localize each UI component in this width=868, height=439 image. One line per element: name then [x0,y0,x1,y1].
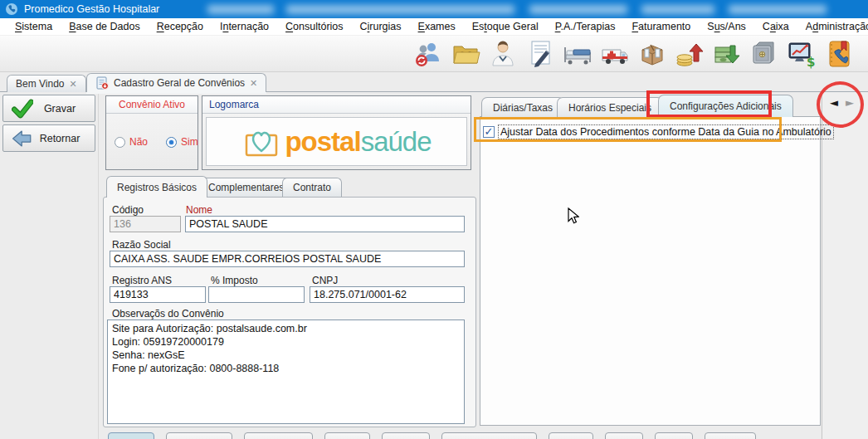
tab-horarios-especiais[interactable]: Horários Especiais [557,97,663,117]
menu-bar: Sistema Base de Dados Recepção Internaçã… [0,18,868,36]
tab-registros-basicos-label: Registros Básicos [117,182,197,193]
menu-pa-terapias[interactable]: P.A./Terapias [547,19,624,34]
menu-cirurgias[interactable]: Cirurgias [352,19,410,34]
tab-diarias-taxas-label: Diárias/Taxas [493,102,553,114]
brand-postal: postal [285,126,360,158]
nome-field[interactable] [185,216,465,232]
radio-sim-circle-icon[interactable] [166,137,177,148]
bottom-tab-button[interactable] [655,432,693,439]
tab-bem-vindo-label: Bem Vindo [16,78,64,90]
tab-diarias-taxas[interactable]: Diárias/Taxas [481,97,564,117]
logomarca-groupbox: Logomarca postalsaúde [202,95,471,170]
action-sidebar: Gravar Retornar [0,92,99,439]
doctor-icon[interactable] [488,39,518,69]
tab-contrato[interactable]: Contrato [282,178,342,197]
toolbar: $ [0,36,868,72]
bottom-tab-button[interactable] [549,432,593,439]
tab-cadastro-label: Cadastro Geral de Convênios [114,77,245,89]
bottom-tab-button[interactable] [705,432,756,439]
codigo-label: Código [112,204,144,216]
observacoes-textarea[interactable]: Site para Autorização: postalsaude.com.b… [107,319,465,424]
tab-bem-vindo[interactable]: Bem Vindo ✕ [7,75,86,92]
patients-folder-icon[interactable] [451,39,480,69]
app-phone-icon [5,2,18,16]
radio-nao-label: Não [129,136,148,148]
phone-book-icon[interactable] [824,39,854,69]
menu-recepcao[interactable]: Recepção [149,19,212,34]
redacted-text [729,5,827,14]
redacted-text [207,5,274,14]
radio-nao-circle-icon[interactable] [115,137,125,148]
razao-social-field[interactable] [110,251,465,267]
window-title: Promedico Gestão Hospitalar [24,3,159,15]
menu-base-de-dados[interactable]: Base de Dados [61,19,148,34]
document-pen-icon[interactable] [525,39,555,69]
return-button-label: Retornar [33,133,86,144]
green-check-icon [12,99,33,119]
registro-ans-label: Registro ANS [112,275,172,286]
bottom-tab-button[interactable] [166,432,232,439]
redacted-text [286,5,514,14]
save-button-label: Gravar [33,103,86,115]
close-icon[interactable]: ✕ [250,78,257,89]
nome-label: Nome [186,204,212,216]
hospital-bed-icon[interactable] [563,39,592,69]
ajustar-data-checkbox-row[interactable]: ✓ Ajustar Data dos Procedimentos conform… [483,124,834,139]
billing-up-icon[interactable] [675,39,705,69]
tab-configuracoes-adicionais-label: Configurações Adicionais [670,100,782,112]
bottom-tab-button[interactable] [324,432,370,439]
safe-icon[interactable] [749,39,779,69]
menu-faturamento[interactable]: Faturamento [623,19,699,34]
radio-nao[interactable]: Não [115,136,148,148]
money-down-icon[interactable] [712,39,742,69]
convenio-ativo-groupbox: Convênio Ativo Não Sim [105,95,198,170]
menu-sistema[interactable]: Sistema [7,19,61,34]
ambulance-icon[interactable] [600,39,630,69]
tab-configuracoes-adicionais[interactable]: Configurações Adicionais [658,95,793,117]
tab-cadastro-geral-convenios[interactable]: Cadastro Geral de Convênios ✕ [86,73,266,92]
blue-back-arrow-icon [12,129,33,148]
registro-ans-field[interactable] [110,286,206,303]
cnpj-field[interactable] [310,286,465,303]
tab-registros-basicos[interactable]: Registros Básicos [106,176,207,198]
razao-social-label: Razão Social [112,239,171,251]
close-icon[interactable]: ✕ [69,79,76,90]
menu-consultorios[interactable]: Consultórios [277,19,351,34]
stock-box-icon[interactable] [637,39,667,69]
bottom-tab-button[interactable] [605,432,643,439]
menu-sus-ans[interactable]: Sus/Ans [699,19,754,34]
bottom-tab-button[interactable] [108,432,154,439]
tab-scroll-left-arrow[interactable]: ◄ [830,96,838,109]
return-button[interactable]: Retornar [2,124,95,152]
logomarca-title: Logomarca [202,96,471,114]
registros-basicos-page: Código Nome Razão Social Registro ANS % … [103,197,476,427]
menu-internacao[interactable]: Internação [212,19,277,34]
imposto-label: % Imposto [211,275,258,286]
imposto-field[interactable] [208,286,305,303]
bottom-tab-button[interactable] [382,432,430,439]
checkmark-icon: ✓ [485,126,494,137]
configuracoes-adicionais-page [480,116,821,426]
logo-image: postalsaúde [206,117,467,166]
tab-contrato-label: Contrato [293,182,331,193]
redacted-text [529,5,627,14]
ajustar-data-checkbox[interactable]: ✓ [483,126,495,138]
tab-scroll-right-arrow[interactable]: ► [846,96,854,109]
finance-chart-icon[interactable]: $ [787,39,817,69]
menu-administracao[interactable]: Administração [797,19,868,34]
radio-sim-label: Sim [181,136,198,148]
postal-saude-envelope-heart-icon [241,124,281,159]
users-sync-icon[interactable] [413,39,443,69]
radio-sim[interactable]: Sim [166,136,198,148]
tab-complementares[interactable]: Complementares [197,178,295,197]
codigo-field [110,216,181,232]
menu-exames[interactable]: Exames [410,19,464,34]
brand-saude: saúde [361,126,432,158]
tab-horarios-especiais-label: Horários Especiais [568,102,651,114]
bottom-tab-button[interactable] [244,432,313,439]
menu-caixa[interactable]: Caixa [754,19,797,34]
menu-estoque-geral[interactable]: Estoque Geral [464,19,547,34]
bottom-tab-button[interactable] [441,432,537,439]
save-button[interactable]: Gravar [2,95,95,122]
redacted-text [641,5,714,14]
